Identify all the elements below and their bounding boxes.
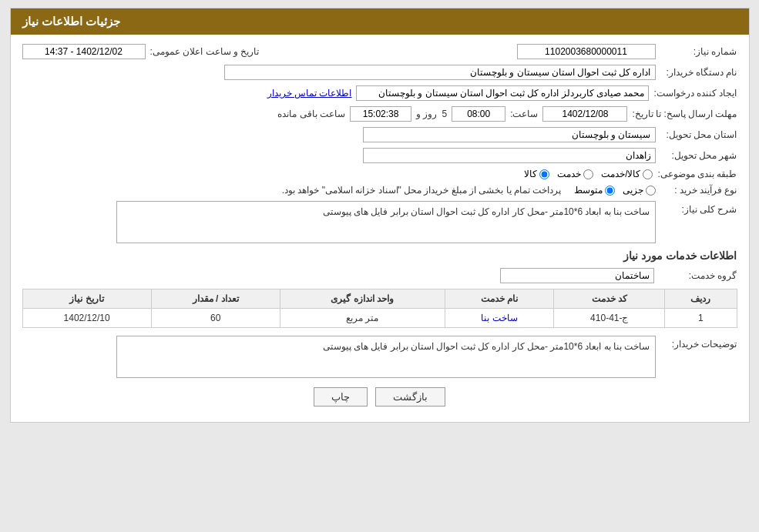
category-radio-khedmat[interactable]: خدمت xyxy=(557,169,593,179)
radio-jozi-input[interactable] xyxy=(646,186,656,196)
col-header-name: نام خدمت xyxy=(445,289,554,309)
buttons-row: بازگشت چاپ xyxy=(22,387,737,407)
service-group-value: ساختمان xyxy=(500,268,654,283)
city-value: زاهدان xyxy=(363,148,656,163)
cell-name: ساخت بنا xyxy=(445,309,554,328)
process-radio-jozi[interactable]: جزیی xyxy=(623,185,656,196)
general-desc-row: شرح کلی نیاز: xyxy=(22,201,737,243)
col-header-qty: تعداد / مقدار xyxy=(151,289,280,309)
radio-khedmat-input[interactable] xyxy=(583,169,593,179)
buyer-desc-row: توضیحات خریدار: xyxy=(22,336,737,378)
col-header-row: ردیف xyxy=(665,289,737,309)
contact-link[interactable]: اطلاعات تماس خریدار xyxy=(267,88,352,99)
province-label: استان محل تحویل: xyxy=(660,129,737,140)
announcement-date-label: تاریخ و ساعت اعلان عمومی: xyxy=(150,46,260,57)
page-header: جزئیات اطلاعات نیاز xyxy=(11,8,749,35)
province-value: سیستان و بلوچستان xyxy=(363,127,656,142)
main-container: جزئیات اطلاعات نیاز شماره نیاز: 11020036… xyxy=(10,8,750,423)
category-radio-group: کالا/خدمت خدمت کالا xyxy=(524,169,653,179)
services-table-container: ردیف کد خدمت نام خدمت واحد اندازه گیری ت… xyxy=(22,289,737,328)
print-button[interactable]: چاپ xyxy=(314,387,368,407)
creator-value: محمد صیادی کاربردلز اداره کل ثبت احوال ا… xyxy=(356,85,649,101)
buyer-desc-label: توضیحات خریدار: xyxy=(660,336,737,350)
process-type-note: پرداخت تمام یا بخشی از مبلغ خریداز محل "… xyxy=(282,185,562,196)
radio-label: کالا xyxy=(524,169,537,179)
buyer-org-label: نام دستگاه خریدار: xyxy=(660,67,737,78)
city-label: شهر محل تحویل: xyxy=(660,150,737,161)
page-title: جزئیات اطلاعات نیاز xyxy=(22,15,120,28)
remaining-time: 15:02:38 xyxy=(350,106,411,122)
back-button[interactable]: بازگشت xyxy=(375,387,445,407)
col-header-date: تاریخ نیاز xyxy=(22,289,151,309)
day-label: روز و xyxy=(416,109,437,119)
process-type-radio-group: جزیی متوسط xyxy=(574,185,656,196)
buyer-org-value: اداره کل ثبت احوال استان سیستان و بلوچست… xyxy=(224,65,656,80)
content-area: شماره نیاز: 1102003680000011 تاریخ و ساع… xyxy=(11,35,749,422)
col-header-code: کد خدمت xyxy=(554,289,665,309)
buyer-desc-textarea[interactable] xyxy=(116,336,656,378)
radio-label: متوسط xyxy=(574,185,603,196)
general-desc-label: شرح کلی نیاز: xyxy=(660,201,737,215)
remaining-label: ساعت باقی مانده xyxy=(277,109,345,119)
city-row: شهر محل تحویل: زاهدان xyxy=(22,148,737,163)
response-date: 1402/12/08 xyxy=(542,106,627,122)
radio-label: جزیی xyxy=(623,185,643,196)
announcement-date-value: 1402/12/02 - 14:37 xyxy=(22,44,146,59)
radio-kala-input[interactable] xyxy=(539,169,549,179)
buyer-org-row: نام دستگاه خریدار: اداره کل ثبت احوال اس… xyxy=(22,65,737,80)
process-radio-mottavaset[interactable]: متوسط xyxy=(574,185,615,196)
cell-qty: 60 xyxy=(151,309,280,328)
deadline-label: مهلت ارسال پاسخ: تا تاریخ: xyxy=(632,109,737,119)
cell-unit: متر مربع xyxy=(280,309,445,328)
category-label: طبقه بندی موضوعی: xyxy=(657,169,737,179)
radio-label: کالا/خدمت xyxy=(601,169,640,179)
deadline-row: مهلت ارسال پاسخ: تا تاریخ: 1402/12/08 سا… xyxy=(22,106,737,122)
need-number-label: شماره نیاز: xyxy=(660,46,737,57)
process-type-row: نوع فرآیند خرید : جزیی متوسط پرداخت تمام… xyxy=(22,185,737,196)
cell-row: 1 xyxy=(665,309,737,328)
general-desc-textarea[interactable] xyxy=(116,201,656,243)
col-header-unit: واحد اندازه گیری xyxy=(280,289,445,309)
creator-label: ایجاد کننده درخواست: xyxy=(653,88,737,99)
services-title: اطلاعات خدمات مورد نیاز xyxy=(22,249,737,262)
days-value: 5 xyxy=(442,109,447,119)
service-group-label: گروه خدمت: xyxy=(660,270,737,281)
service-group-row: گروه خدمت: ساختمان xyxy=(22,268,737,283)
category-row: طبقه بندی موضوعی: کالا/خدمت خدمت کالا xyxy=(22,169,737,179)
need-number-row: شماره نیاز: 1102003680000011 تاریخ و ساع… xyxy=(22,44,737,59)
cell-date: 1402/12/10 xyxy=(22,309,151,328)
radio-mottavaset-input[interactable] xyxy=(605,186,615,196)
creator-row: ایجاد کننده درخواست: محمد صیادی کاربردلز… xyxy=(22,85,737,101)
time-label: ساعت: xyxy=(510,109,538,119)
response-time: 08:00 xyxy=(452,106,505,122)
services-table: ردیف کد خدمت نام خدمت واحد اندازه گیری ت… xyxy=(22,289,737,328)
radio-label: خدمت xyxy=(557,169,581,179)
cell-code: ج-41-410 xyxy=(554,309,665,328)
table-row: 1 ج-41-410 ساخت بنا متر مربع 60 1402/12/… xyxy=(22,309,737,328)
province-row: استان محل تحویل: سیستان و بلوچستان xyxy=(22,127,737,142)
radio-kala-khedmat-input[interactable] xyxy=(643,169,653,179)
category-radio-kala-khedmat[interactable]: کالا/خدمت xyxy=(601,169,653,179)
category-radio-kala[interactable]: کالا xyxy=(524,169,549,179)
process-type-label: نوع فرآیند خرید : xyxy=(660,185,737,196)
need-number-value: 1102003680000011 xyxy=(517,44,656,59)
